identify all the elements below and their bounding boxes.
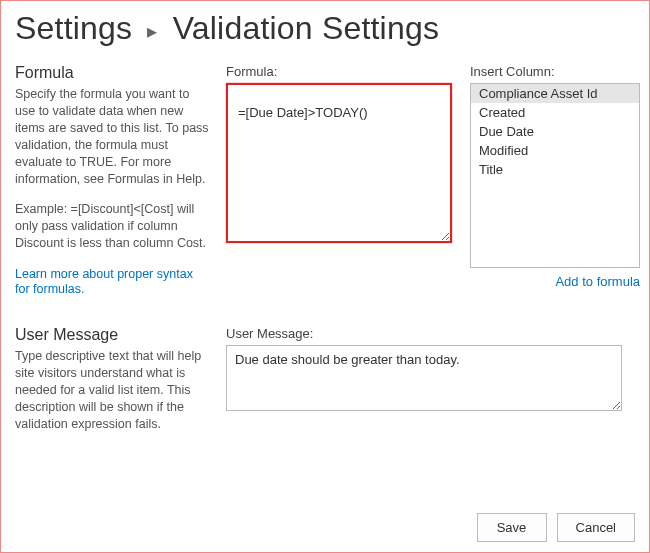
column-list-item[interactable]: Modified bbox=[471, 141, 639, 160]
cancel-button[interactable]: Cancel bbox=[557, 513, 635, 542]
formula-heading: Formula bbox=[15, 64, 210, 82]
formula-help-1: Specify the formula you want to use to v… bbox=[15, 86, 210, 187]
column-list-item[interactable]: Due Date bbox=[471, 122, 639, 141]
learn-more-link[interactable]: Learn more about proper syntax for formu… bbox=[15, 267, 193, 296]
button-bar: Save Cancel bbox=[477, 513, 635, 542]
column-list-item[interactable]: Created bbox=[471, 103, 639, 122]
user-message-input[interactable] bbox=[226, 345, 622, 411]
breadcrumb-current: Validation Settings bbox=[173, 10, 440, 46]
formula-input[interactable] bbox=[226, 83, 452, 243]
column-list[interactable]: Compliance Asset Id Created Due Date Mod… bbox=[470, 83, 640, 268]
column-list-item[interactable]: Title bbox=[471, 160, 639, 179]
insert-column-label: Insert Column: bbox=[470, 64, 635, 79]
user-message-heading: User Message bbox=[15, 326, 210, 344]
breadcrumb: Settings ▸ Validation Settings bbox=[15, 11, 635, 46]
user-message-help: Type descriptive text that will help sit… bbox=[15, 348, 210, 432]
user-message-field-label: User Message: bbox=[226, 326, 635, 341]
column-list-item[interactable]: Compliance Asset Id bbox=[471, 84, 639, 103]
formula-help-2: Example: =[Discount]<[Cost] will only pa… bbox=[15, 201, 210, 252]
breadcrumb-root[interactable]: Settings bbox=[15, 10, 132, 46]
save-button[interactable]: Save bbox=[477, 513, 547, 542]
add-to-formula-link[interactable]: Add to formula bbox=[555, 274, 640, 289]
formula-field-label: Formula: bbox=[226, 64, 456, 79]
chevron-right-icon: ▸ bbox=[141, 20, 163, 42]
